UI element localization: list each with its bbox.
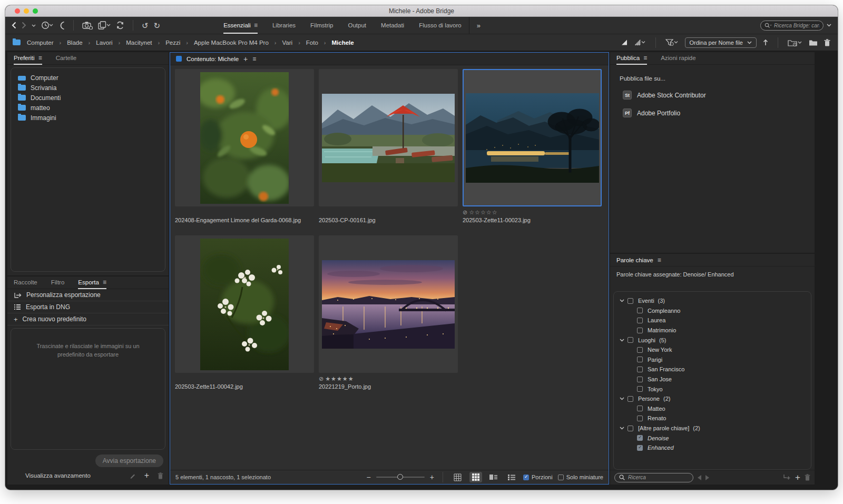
keyword-laurea[interactable]: Laurea [614, 315, 811, 325]
panel-menu-icon[interactable]: ≡ [252, 55, 256, 63]
favorites-item-matteo[interactable]: matteo [11, 103, 165, 113]
keyword-parigi[interactable]: Parigi [614, 355, 811, 365]
keyword-renato[interactable]: Renato [614, 413, 811, 423]
previous-keyword-icon[interactable] [698, 475, 701, 480]
add-content-tab-icon[interactable]: + [243, 55, 248, 63]
keyword-search[interactable] [614, 473, 693, 482]
recent-history-icon[interactable] [41, 21, 53, 29]
star-rating[interactable]: ☆☆☆☆☆ [469, 209, 497, 216]
solo-miniature-checkbox[interactable] [558, 475, 564, 480]
keyword-checkbox[interactable] [637, 357, 643, 362]
manage-files-icon[interactable] [98, 21, 111, 29]
keyword-group-altre[interactable]: [Altre parole chiave](2) [614, 423, 811, 433]
sort-ascending-icon[interactable] [763, 39, 768, 46]
keyword-checkbox[interactable] [637, 347, 643, 353]
tab-raccolte[interactable]: Raccolte [14, 276, 37, 289]
keyword-compleanno[interactable]: Compleanno [614, 306, 811, 316]
tab-libraries[interactable]: Libraries [272, 17, 296, 33]
favorites-item-computer[interactable]: Computer [11, 73, 165, 83]
view-progress-label[interactable]: Visualizza avanzamento [25, 472, 91, 479]
keyword-checkbox[interactable] [637, 416, 643, 421]
chevron-down-icon[interactable] [614, 397, 628, 400]
publish-service-adobe-stock[interactable]: St Adobe Stock Contributor [610, 91, 815, 100]
thumbnail-view-button[interactable] [469, 472, 482, 482]
file-name[interactable]: 202503-Zette11-00023.jpg [463, 217, 602, 223]
keyword-tokyo[interactable]: Tokyo [614, 384, 811, 394]
tab-metadati[interactable]: Metadati [381, 17, 404, 33]
keyword-san-jose[interactable]: San Jose [614, 374, 811, 384]
thumbnail-porto[interactable] [319, 235, 458, 373]
refresh-icon[interactable] [116, 21, 124, 29]
keyword-denoise[interactable]: Denoise [614, 433, 811, 443]
rating-row[interactable]: ⊘ ★★★★★ [319, 375, 458, 382]
breadcrumb-item[interactable]: Vari [280, 39, 295, 46]
porzioni-toggle[interactable]: Porzioni [523, 474, 553, 480]
keyword-san-francisco[interactable]: San Francisco [614, 364, 811, 374]
undo-icon[interactable]: ↺ [142, 22, 149, 29]
import-from-camera-icon[interactable] [82, 21, 93, 29]
tab-filtro[interactable]: Filtro [51, 276, 65, 289]
star-rating[interactable]: ★★★★★ [325, 375, 354, 382]
keyword-group-luoghi[interactable]: Luoghi(5) [614, 335, 811, 345]
panel-menu-icon[interactable]: ≡ [103, 279, 106, 286]
delete-keyword-icon[interactable] [805, 474, 810, 481]
slider-knob[interactable] [397, 474, 403, 480]
favorites-item-immagini[interactable]: Immagini [11, 113, 165, 123]
chevron-down-icon[interactable] [614, 427, 628, 430]
tab-essenziali[interactable]: Essenziali≡ [223, 17, 258, 34]
keyword-matrimonio[interactable]: Matrimonio [614, 325, 811, 335]
export-action-dng[interactable]: Esporta in DNG [7, 301, 169, 313]
breadcrumb-item[interactable]: Apple MacBook Pro M4 Pro [192, 39, 271, 46]
keyword-checkbox[interactable] [628, 396, 633, 402]
export-action-new-preset[interactable]: + Crea nuovo predefinito [7, 313, 169, 325]
preview-quality-icon[interactable] [621, 39, 628, 45]
new-folder-icon[interactable] [809, 39, 818, 46]
add-preset-icon[interactable]: + [144, 471, 149, 480]
keyword-group-persone[interactable]: Persone(2) [614, 394, 811, 404]
keyword-enhanced[interactable]: Enhanced [614, 443, 811, 453]
thumbnail-flowers[interactable] [175, 235, 314, 373]
breadcrumb-item[interactable]: Macitynet [124, 39, 154, 46]
keyword-checkbox[interactable] [637, 406, 643, 411]
file-name[interactable]: 202408-Engagement Limone del Garda-0068.… [175, 217, 314, 223]
keyword-checkbox[interactable] [637, 435, 643, 441]
zoom-out-button[interactable]: − [367, 473, 371, 481]
start-export-button[interactable]: Avvia esportazione [95, 454, 163, 467]
favorites-item-documenti[interactable]: Documenti [11, 93, 165, 103]
breadcrumb-item[interactable]: Lavori [94, 39, 114, 46]
bridge-search-input[interactable] [760, 21, 824, 31]
panel-menu-icon[interactable]: ≡ [38, 54, 42, 62]
forward-icon[interactable] [22, 22, 26, 29]
tab-pubblica[interactable]: Pubblica≡ [616, 52, 647, 65]
breadcrumb-item[interactable]: Foto [304, 39, 320, 46]
keyword-search-field[interactable] [628, 475, 689, 480]
keyword-checkbox[interactable] [637, 367, 643, 372]
keyword-checkbox[interactable] [637, 445, 643, 451]
keyword-matteo[interactable]: Matteo [614, 404, 811, 414]
filter-icon[interactable] [665, 39, 679, 46]
recent-folders-icon[interactable] [788, 39, 802, 46]
keyword-checkbox[interactable] [637, 328, 643, 333]
workspace-menu-icon[interactable]: ≡ [254, 22, 258, 29]
thumbnail-night-lake-selected[interactable] [463, 69, 602, 206]
back-icon[interactable] [12, 22, 16, 29]
tab-output[interactable]: Output [348, 17, 367, 33]
keyword-group-eventi[interactable]: Eventi(3) [614, 296, 811, 306]
preview-quality-options-icon[interactable] [634, 39, 646, 45]
tab-flusso-di-lavoro[interactable]: Flusso di lavoro [419, 17, 462, 33]
breadcrumb-item[interactable]: Computer [25, 39, 56, 46]
export-action-personalizza[interactable]: Personalizza esportazione [7, 289, 169, 301]
nav-menu-chevron-icon[interactable] [32, 24, 36, 27]
tab-esporta[interactable]: Esporta≡ [78, 276, 106, 289]
rating-row[interactable]: ⊘ ☆☆☆☆☆ [463, 209, 602, 216]
workspace-overflow-button[interactable]: » [477, 22, 480, 29]
list-view-button[interactable] [505, 472, 518, 482]
favorites-item-scrivania[interactable]: Scrivania [11, 83, 165, 93]
tab-azioni-rapide[interactable]: Azioni rapide [661, 52, 695, 65]
grid-lock-view-button[interactable] [452, 472, 464, 482]
breadcrumb-item[interactable]: Pezzi [163, 39, 182, 46]
publish-service-adobe-portfolio[interactable]: Pf Adobe Portfolio [610, 108, 815, 117]
keyword-checkbox[interactable] [637, 318, 643, 323]
no-rating-icon[interactable]: ⊘ [319, 375, 324, 382]
search-scope-chevron-icon[interactable] [827, 24, 831, 27]
